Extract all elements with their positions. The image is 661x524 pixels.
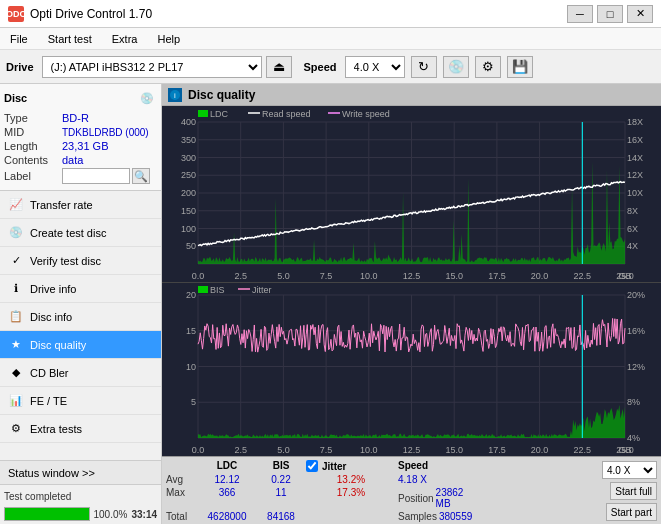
sidebar-item-label: Disc quality — [30, 339, 86, 351]
nav-items: 📈 Transfer rate 💿 Create test disc ✓ Ver… — [0, 191, 161, 460]
speed-label: Speed — [304, 61, 337, 73]
total-label: Total — [166, 511, 196, 522]
sidebar-item-label: Extra tests — [30, 423, 82, 435]
create-test-disc-icon: 💿 — [8, 225, 24, 241]
status-text: Test completed — [4, 491, 71, 502]
disc-panel-title: Disc — [4, 92, 27, 104]
speed-header: Speed — [398, 460, 478, 472]
extra-tests-icon: ⚙ — [8, 421, 24, 437]
ldc-header: LDC — [198, 460, 256, 472]
status-time: 33:14 — [131, 509, 157, 520]
disc-type-label: Type — [4, 112, 62, 124]
status-progress-area: Test completed — [0, 485, 161, 507]
progress-label: 100.0% — [94, 509, 128, 520]
disc-label-label: Label — [4, 170, 62, 182]
sidebar-item-verify-test-disc[interactable]: ✓ Verify test disc — [0, 247, 161, 275]
progress-bar-fill — [5, 508, 89, 520]
max-bis: 11 — [258, 487, 304, 509]
disc-length-value: 23,31 GB — [62, 140, 108, 152]
samples-value: 380559 — [439, 511, 472, 522]
minimize-button[interactable]: ─ — [567, 5, 593, 23]
avg-speed: 4.18 X — [398, 474, 478, 485]
start-full-button[interactable]: Start full — [610, 482, 657, 500]
svg-text:i: i — [174, 91, 176, 100]
sidebar-item-label: Transfer rate — [30, 199, 93, 211]
avg-ldc: 12.12 — [198, 474, 256, 485]
verify-test-disc-icon: ✓ — [8, 253, 24, 269]
menu-extra[interactable]: Extra — [106, 31, 144, 47]
disc-panel-icon[interactable]: 💿 — [137, 88, 157, 108]
jitter-checkbox[interactable] — [306, 460, 318, 472]
disc-mid-label: MID — [4, 126, 62, 138]
chart-header-icon: i — [168, 88, 182, 102]
avg-bis: 0.22 — [258, 474, 304, 485]
bis-header: BIS — [258, 460, 304, 472]
refresh-button[interactable]: ↻ — [411, 56, 437, 78]
titlebar: ODC Opti Drive Control 1.70 ─ □ ✕ — [0, 0, 661, 28]
status-progress-bar — [4, 507, 90, 521]
disc-info-icon: 📋 — [8, 309, 24, 325]
disc-type-value: BD-R — [62, 112, 89, 124]
upper-chart — [162, 106, 661, 282]
sidebar-item-disc-quality[interactable]: ★ Disc quality — [0, 331, 161, 359]
sidebar-item-extra-tests[interactable]: ⚙ Extra tests — [0, 415, 161, 443]
sidebar-item-label: Drive info — [30, 283, 76, 295]
sidebar-item-label: CD Bler — [30, 367, 69, 379]
position-value: 23862 MB — [436, 487, 478, 509]
drive-toolbar: Drive (J:) ATAPI iHBS312 2 PL17 ⏏ Speed … — [0, 50, 661, 84]
maximize-button[interactable]: □ — [597, 5, 623, 23]
drive-info-icon: ℹ — [8, 281, 24, 297]
disc-button[interactable]: 💿 — [443, 56, 469, 78]
lower-chart — [162, 283, 661, 456]
sidebar-item-cd-bler[interactable]: ◆ CD Bler — [0, 359, 161, 387]
avg-label: Avg — [166, 474, 196, 485]
chart-header: i Disc quality — [162, 84, 661, 106]
total-ldc: 4628000 — [198, 511, 256, 522]
settings-button[interactable]: ⚙ — [475, 56, 501, 78]
menu-start-test[interactable]: Start test — [42, 31, 98, 47]
status-bar: Status window >> Test completed 100.0% 3… — [0, 460, 161, 524]
close-button[interactable]: ✕ — [627, 5, 653, 23]
disc-length-label: Length — [4, 140, 62, 152]
sidebar-item-drive-info[interactable]: ℹ Drive info — [0, 275, 161, 303]
sidebar-item-disc-info[interactable]: 📋 Disc info — [0, 303, 161, 331]
app-title: Opti Drive Control 1.70 — [30, 7, 152, 21]
sidebar-item-label: Verify test disc — [30, 255, 101, 267]
max-ldc: 366 — [198, 487, 256, 509]
drive-label: Drive — [6, 61, 34, 73]
sidebar-item-transfer-rate[interactable]: 📈 Transfer rate — [0, 191, 161, 219]
transfer-rate-icon: 📈 — [8, 197, 24, 213]
cd-bler-icon: ◆ — [8, 365, 24, 381]
save-button[interactable]: 💾 — [507, 56, 533, 78]
status-window-button[interactable]: Status window >> — [0, 461, 161, 485]
avg-jitter: 13.2% — [306, 474, 396, 485]
samples-label: Samples — [398, 511, 437, 522]
start-part-button[interactable]: Start part — [606, 503, 657, 521]
menu-file[interactable]: File — [4, 31, 34, 47]
sidebar-item-fe-te[interactable]: 📊 FE / TE — [0, 387, 161, 415]
content-area: i Disc quality LDC BIS — [162, 84, 661, 524]
app-icon: ODC — [8, 6, 24, 22]
eject-button[interactable]: ⏏ — [266, 56, 292, 78]
stats-section: LDC BIS Jitter Speed Avg 12.12 0.22 13.2… — [162, 456, 661, 524]
sidebar-item-create-test-disc[interactable]: 💿 Create test disc — [0, 219, 161, 247]
stats-speed-combo[interactable]: 4.0 X — [602, 461, 657, 479]
disc-label-btn[interactable]: 🔍 — [132, 168, 150, 184]
jitter-header: Jitter — [322, 461, 346, 472]
sidebar: Disc 💿 Type BD-R MID TDKBLDRBD (000) Len… — [0, 84, 162, 524]
drive-select[interactable]: (J:) ATAPI iHBS312 2 PL17 — [42, 56, 262, 78]
max-label: Max — [166, 487, 196, 509]
disc-quality-icon: ★ — [8, 337, 24, 353]
disc-label-input[interactable] — [62, 168, 130, 184]
sidebar-item-label: FE / TE — [30, 395, 67, 407]
total-bis: 84168 — [258, 511, 304, 522]
sidebar-item-label: Disc info — [30, 311, 72, 323]
disc-contents-label: Contents — [4, 154, 62, 166]
menubar: File Start test Extra Help — [0, 28, 661, 50]
sidebar-item-label: Create test disc — [30, 227, 106, 239]
menu-help[interactable]: Help — [151, 31, 186, 47]
position-label: Position — [398, 493, 434, 504]
chart-title: Disc quality — [188, 88, 255, 102]
fe-te-icon: 📊 — [8, 393, 24, 409]
speed-select[interactable]: 4.0 X — [345, 56, 405, 78]
